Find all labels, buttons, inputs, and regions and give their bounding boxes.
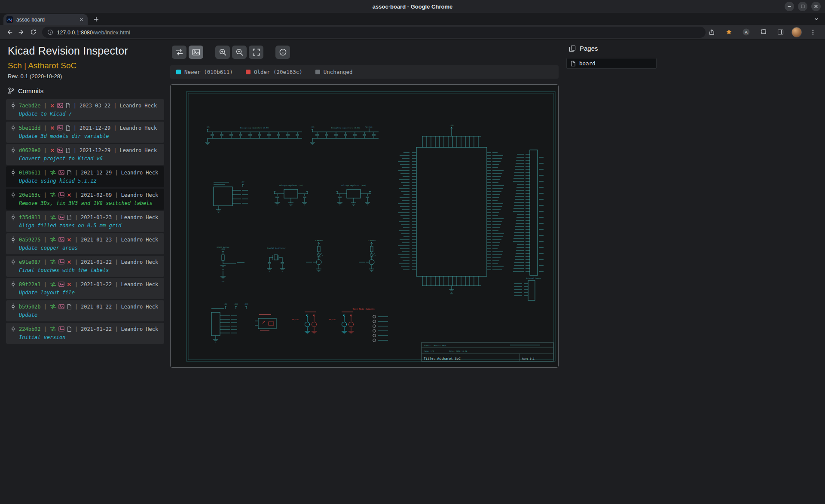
window-minimize-button[interactable] xyxy=(785,2,794,11)
reload-button[interactable] xyxy=(28,26,40,38)
swap-icon xyxy=(50,304,56,309)
toolbar-group xyxy=(275,46,290,59)
commit-date: 2021-01-22 xyxy=(81,304,112,310)
commit-item[interactable]: 0a59275||2021-01-23|Leandro HeckUpdate c… xyxy=(6,233,164,254)
profile-avatar[interactable] xyxy=(791,27,802,37)
tab-close-icon[interactable] xyxy=(78,16,85,23)
git-branch-icon xyxy=(8,87,14,95)
commit-item[interactable]: 20e163c||2021-02-09|Leandro HeckRemove 3… xyxy=(6,189,164,210)
tab-search-chevron-icon[interactable] xyxy=(812,15,821,23)
page-subtitle: Sch | Astharot SoC xyxy=(8,61,164,70)
commit-author: Leandro Heck xyxy=(121,304,159,310)
commit-message: Align filled zones on 0.5 mm grid xyxy=(19,223,160,229)
separator: | xyxy=(73,125,76,131)
window-close-button[interactable] xyxy=(811,2,821,11)
commit-node-icon xyxy=(10,169,16,176)
url-path: /web/index.html xyxy=(93,30,130,36)
commit-node-icon xyxy=(10,259,16,265)
commit-node-icon xyxy=(10,281,16,287)
window-titlebar: assoc-board - Google Chrome xyxy=(0,0,825,13)
url-bar[interactable]: 127.0.0.1:8080/web/index.html xyxy=(42,27,706,38)
pages-heading-label: Pages xyxy=(580,45,598,52)
x-icon xyxy=(50,125,55,131)
commit-author: Leandro Heck xyxy=(121,281,159,287)
file-icon xyxy=(570,61,576,67)
commit-item[interactable]: 5be11dd||2021-12-29|Leandro HeckUpdate 3… xyxy=(6,122,164,143)
svg-text:External Memory: External Memory xyxy=(526,277,541,279)
zoom-out-button[interactable] xyxy=(232,46,247,59)
svg-text:A: A xyxy=(745,30,748,34)
svg-text:Decoupling capacitors (1.5V): Decoupling capacitors (1.5V) xyxy=(240,127,269,129)
commit-hash: 20e163c xyxy=(19,192,41,198)
separator: | xyxy=(113,125,116,131)
commit-meta: e91e087||2021-01-22|Leandro Heck xyxy=(10,259,160,265)
extension-a-icon[interactable]: A xyxy=(740,26,752,38)
svg-text:Voltage Regulator (3V3): Voltage Regulator (3V3) xyxy=(341,184,366,186)
commit-message: Update xyxy=(19,312,160,318)
image-icon xyxy=(58,214,64,220)
commit-item[interactable]: 224bb02||2021-01-22|Leandro HeckInitial … xyxy=(6,323,164,344)
info-button[interactable] xyxy=(275,46,290,59)
side-panel-icon[interactable] xyxy=(774,26,786,38)
schematic-viewer[interactable]: Decoupling capacitors (1.5V)+1V5Decoupli… xyxy=(170,84,559,368)
diff-swap-button[interactable] xyxy=(172,46,186,59)
image-button[interactable] xyxy=(189,46,203,59)
commit-item[interactable]: 7aebd2e||2023-03-22|Leandro HeckUpdate t… xyxy=(6,99,164,120)
commit-node-icon xyxy=(10,326,16,332)
forward-button[interactable] xyxy=(15,26,28,38)
separator: | xyxy=(75,192,78,198)
commit-hash: 0a59275 xyxy=(19,237,41,243)
svg-text:GND: GND xyxy=(450,293,453,295)
image-icon xyxy=(58,326,64,332)
pages-icon xyxy=(569,45,576,52)
commit-item[interactable]: 010b611||2021-12-29|Leandro HeckUpdate u… xyxy=(6,166,164,187)
commit-status-icons xyxy=(50,125,70,131)
menu-kebab-icon[interactable] xyxy=(807,26,819,38)
commit-message: Update using kicad 5.1.12 xyxy=(19,178,160,184)
commit-item[interactable]: f35d811||2021-01-23|Leandro HeckAlign fi… xyxy=(6,211,164,232)
commit-item[interactable]: e91e087||2021-01-22|Leandro HeckFinal to… xyxy=(6,256,164,277)
separator: | xyxy=(75,304,78,310)
extensions-puzzle-icon[interactable] xyxy=(757,26,769,38)
svg-text:+5V: +5V xyxy=(224,303,228,305)
file-icon xyxy=(67,304,72,310)
commit-status-icons xyxy=(50,192,72,198)
new-tab-button[interactable] xyxy=(91,14,101,24)
svg-text:+1V5: +1V5 xyxy=(205,126,209,128)
share-icon[interactable] xyxy=(706,26,718,38)
site-info-icon[interactable] xyxy=(47,29,53,35)
commit-item[interactable]: b59502b||2021-01-22|Leandro HeckUpdate xyxy=(6,300,164,321)
back-button[interactable] xyxy=(3,26,15,38)
separator: | xyxy=(73,147,76,153)
commit-date: 2021-12-29 xyxy=(81,170,112,176)
commit-author: Leandro Heck xyxy=(120,103,157,109)
commit-meta: 010b611||2021-12-29|Leandro Heck xyxy=(10,169,160,176)
svg-text:Date: 2020-10-28: Date: 2020-10-28 xyxy=(449,350,468,352)
legend-swatch xyxy=(246,70,251,74)
commit-status-icons xyxy=(50,237,72,242)
browser-tab[interactable]: assoc-board xyxy=(3,14,88,25)
legend-item: Older (20e163c) xyxy=(246,69,302,75)
bookmark-star-icon[interactable] xyxy=(723,26,735,38)
toolbar-group xyxy=(172,46,203,59)
commit-date: 2021-01-22 xyxy=(81,259,112,265)
image-icon xyxy=(58,170,64,175)
commit-date: 2021-02-09 xyxy=(81,192,112,198)
svg-text:+3V3: +3V3 xyxy=(310,126,314,128)
x-icon xyxy=(50,103,55,108)
zoom-fit-button[interactable] xyxy=(249,46,263,59)
page-item-board[interactable]: board xyxy=(566,58,657,69)
commit-date: 2021-01-22 xyxy=(81,281,112,287)
window-maximize-button[interactable] xyxy=(798,2,807,11)
zoom-in-button[interactable] xyxy=(215,46,230,59)
commit-item[interactable]: d0628e0||2021-12-29|Leandro HeckConvert … xyxy=(6,144,164,165)
separator: | xyxy=(44,304,47,310)
x-icon xyxy=(50,148,55,153)
file-icon xyxy=(65,125,70,131)
svg-text:Title: Astharot SoC: Title: Astharot SoC xyxy=(424,357,461,360)
commit-item[interactable]: 89f22a1||2021-01-22|Leandro HeckUpdate l… xyxy=(6,278,164,299)
tab-title: assoc-board xyxy=(16,17,74,23)
image-icon xyxy=(58,281,64,287)
commit-hash: e91e087 xyxy=(19,259,41,265)
separator: | xyxy=(115,281,118,287)
